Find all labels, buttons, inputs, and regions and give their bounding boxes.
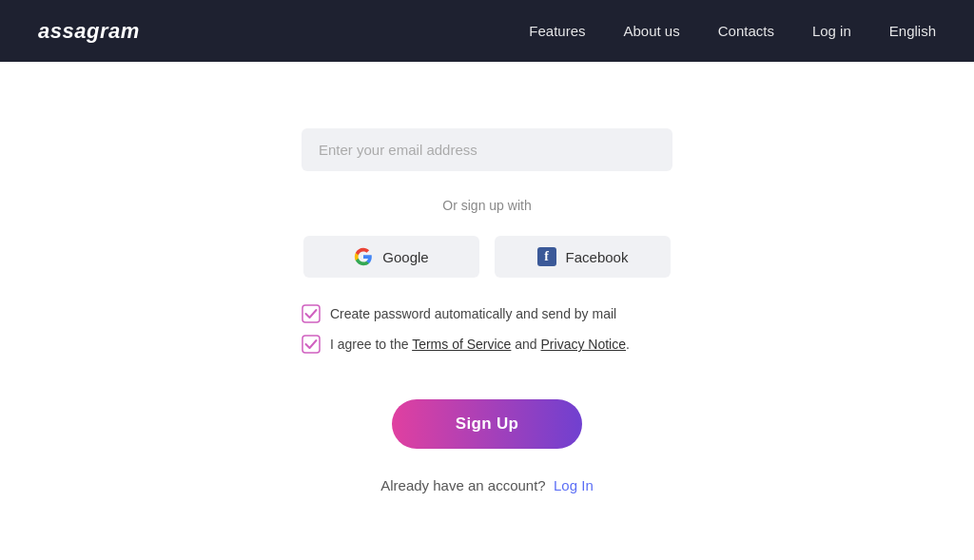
checkbox-row-1: Create password automatically and send b… [302, 304, 672, 323]
privacy-link[interactable]: Privacy Notice [541, 337, 626, 352]
checkbox1-label: Create password automatically and send b… [330, 306, 616, 321]
nav-language[interactable]: English [889, 23, 936, 39]
google-label: Google [382, 249, 428, 265]
nav-contacts[interactable]: Contacts [718, 23, 774, 39]
facebook-icon: f [537, 247, 556, 266]
email-input-wrapper [302, 128, 672, 171]
checkbox2-before: I agree to the [330, 337, 412, 352]
login-link[interactable]: Log In [554, 477, 594, 493]
google-button[interactable]: Google [303, 236, 479, 278]
main-content: Or sign up with Google f Facebook Cre [0, 62, 974, 493]
checkbox2-text: I agree to the Terms of Service and Priv… [330, 337, 630, 352]
checkbox2-period: . [626, 337, 630, 352]
checkbox2-and: and [511, 337, 540, 352]
nav-login[interactable]: Log in [812, 23, 851, 39]
facebook-button[interactable]: f Facebook [495, 236, 671, 278]
google-icon [354, 247, 373, 266]
nav-features[interactable]: Features [529, 23, 585, 39]
facebook-label: Facebook [566, 249, 629, 265]
already-account: Already have an account? Log In [380, 477, 594, 493]
terms-link[interactable]: Terms of Service [412, 337, 511, 352]
checkbox1-icon[interactable] [302, 304, 321, 323]
checkboxes: Create password automatically and send b… [302, 304, 672, 365]
nav-about[interactable]: About us [624, 23, 680, 39]
email-input[interactable] [302, 128, 672, 171]
signup-button[interactable]: Sign Up [392, 399, 582, 449]
logo: assagram [38, 19, 140, 44]
checkbox2-icon[interactable] [302, 335, 321, 354]
checkbox-row-2: I agree to the Terms of Service and Priv… [302, 335, 672, 354]
nav-links: Features About us Contacts Log in Englis… [529, 23, 936, 39]
social-buttons: Google f Facebook [303, 236, 671, 278]
already-text: Already have an account? [380, 477, 545, 493]
navbar: assagram Features About us Contacts Log … [0, 0, 974, 62]
or-divider: Or sign up with [442, 198, 531, 213]
